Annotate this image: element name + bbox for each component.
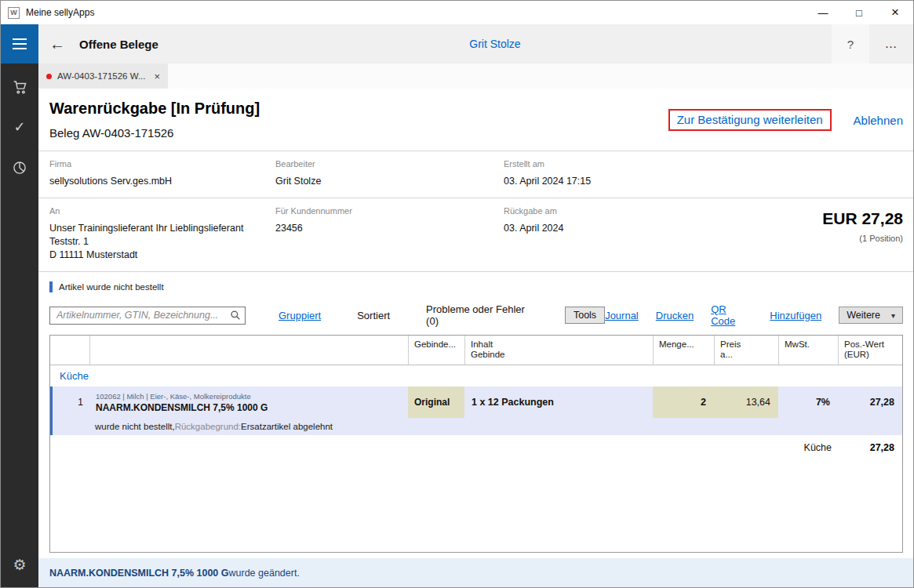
- tools-button[interactable]: Tools: [565, 307, 605, 324]
- sorted-toggle[interactable]: Sortiert: [357, 310, 390, 321]
- field-label: Bearbeiter: [275, 159, 504, 169]
- item-toolbar: Gruppiert Sortiert Probleme oder Fehler …: [38, 301, 913, 335]
- app-logo-icon: W: [8, 7, 20, 19]
- chevron-down-icon: ▾: [891, 311, 895, 320]
- current-user[interactable]: Grit Stolze: [158, 38, 832, 50]
- forward-for-confirmation-link[interactable]: Zur Bestätigung weiterleiten: [677, 113, 823, 126]
- table-header-mwst[interactable]: MwSt.: [778, 336, 838, 365]
- field-label: Erstellt am: [504, 159, 903, 169]
- article-name: NAARM.KONDENSMILCH 7,5% 1000 G: [96, 402, 268, 413]
- reject-link[interactable]: Ablehnen: [854, 114, 903, 127]
- note-text: wurde nicht bestellt,: [95, 422, 175, 431]
- field-value: Grit Stolze: [275, 175, 504, 188]
- position-count: (1 Position): [684, 234, 903, 243]
- settings-button[interactable]: ⚙: [1, 546, 38, 583]
- pie-chart-icon: [12, 160, 27, 176]
- qr-code-link[interactable]: QR Code: [711, 303, 752, 327]
- table-row[interactable]: 1 102062 | Milch | Eier-, Käse-, Molkere…: [50, 387, 902, 418]
- field-erstellt-am: Erstellt am 03. April 2024 17:15: [504, 159, 903, 188]
- menge-cell[interactable]: 2: [653, 387, 714, 418]
- journal-link[interactable]: Journal: [605, 310, 639, 321]
- maximize-button[interactable]: □: [841, 1, 877, 24]
- hamburger-menu-button[interactable]: [1, 24, 38, 64]
- field-label: Für Kundennummer: [275, 206, 504, 216]
- group-row[interactable]: Küche: [50, 365, 902, 387]
- close-window-button[interactable]: ×: [877, 1, 913, 24]
- table-header-article: [89, 336, 408, 365]
- document-number: Beleg AW-0403-171526: [49, 126, 260, 140]
- document-tab[interactable]: AW-0403-171526 W... ×: [38, 64, 168, 89]
- minimize-button[interactable]: —: [805, 1, 841, 24]
- field-firma: Firma sellysolutions Serv.ges.mbH: [49, 159, 275, 188]
- gebinde-cell[interactable]: Original: [408, 387, 464, 418]
- total-amount: EUR 27,28: [684, 209, 903, 228]
- sidebar-item-cart[interactable]: [1, 68, 38, 104]
- table-header-pos-wert[interactable]: Pos.-Wert (EUR): [838, 336, 902, 365]
- table-header-inhalt[interactable]: Inhalt Gebinde: [464, 336, 653, 365]
- status-bar: NAARM.KONDENSMILCH 7,5% 1000 G wurde geä…: [38, 558, 913, 587]
- more-actions-dropdown[interactable]: Weitere ▾: [839, 307, 903, 324]
- help-button[interactable]: ?: [832, 24, 869, 64]
- forward-highlight-box: Zur Bestätigung weiterleiten: [668, 109, 832, 131]
- table-header-gebinde[interactable]: Gebinde...: [408, 336, 464, 365]
- field-value: 23456: [275, 222, 504, 235]
- print-link[interactable]: Drucken: [656, 310, 694, 321]
- search-input[interactable]: [49, 307, 246, 325]
- field-label: Firma: [49, 159, 275, 169]
- info-row-2: An Unser Trainingslieferant Ihr Liebling…: [38, 198, 913, 271]
- legend-label: Artikel wurde nicht bestellt: [59, 282, 164, 292]
- group-summary-row: Küche 27,28: [50, 435, 902, 460]
- sidebar-item-tasks[interactable]: ✓: [1, 109, 38, 145]
- field-value: 03. April 2024: [504, 222, 684, 235]
- status-message: wurde geändert.: [229, 568, 300, 579]
- title-bar: W Meine sellyApps — □ ×: [1, 1, 913, 24]
- back-button[interactable]: ←: [49, 35, 65, 53]
- mwst-cell: 7%: [778, 387, 838, 418]
- row-number: 1: [50, 387, 89, 418]
- search-icon: [230, 310, 241, 321]
- check-icon: ✓: [13, 118, 25, 136]
- field-an: An Unser Trainingslieferant Ihr Liebling…: [49, 206, 275, 262]
- row-note: wurde nicht bestellt, Rückgabegrund: Ers…: [50, 418, 902, 435]
- items-table: Gebinde... Inhalt Gebinde Menge... Preis…: [49, 335, 903, 553]
- status-item-name: NAARM.KONDENSMILCH 7,5% 1000 G: [49, 568, 229, 579]
- note-reason-value: Ersatzartikel abgelehnt: [241, 422, 333, 431]
- sidebar-item-statistics[interactable]: [1, 150, 38, 186]
- hamburger-icon: [13, 38, 27, 40]
- inhalt-gebinde-cell: 1 x 12 Packungen: [464, 387, 653, 418]
- tab-strip: AW-0403-171526 W... ×: [38, 64, 913, 89]
- add-item-link[interactable]: Hinzufügen: [770, 310, 821, 321]
- more-options-button[interactable]: …: [869, 24, 913, 64]
- field-value: sellysolutions Serv.ges.mbH: [49, 175, 275, 188]
- preis-cell[interactable]: 13,64: [714, 387, 778, 418]
- field-label: Rückgabe am: [504, 206, 684, 216]
- table-empty-area: [50, 460, 902, 552]
- grouped-toggle[interactable]: Gruppiert: [279, 310, 321, 321]
- table-header-empty: [50, 336, 89, 365]
- document-title: Warenrückgabe [In Prüfung]: [49, 100, 260, 118]
- field-kundennummer: Für Kundennummer 23456: [275, 206, 504, 262]
- app-header: ← Offene Belege Grit Stolze ? …: [38, 24, 913, 64]
- window-title: Meine sellyApps: [26, 7, 805, 18]
- document-total: EUR 27,28 (1 Position): [684, 206, 903, 262]
- table-header-menge[interactable]: Menge...: [653, 336, 714, 365]
- unsaved-indicator-icon: [46, 74, 52, 79]
- problems-filter[interactable]: Probleme oder Fehler (0): [426, 303, 540, 327]
- document-header: Warenrückgabe [In Prüfung] Beleg AW-0403…: [38, 89, 913, 140]
- article-meta: 102062 | Milch | Eier-, Käse-, Molkereip…: [96, 392, 251, 401]
- table-header-preis[interactable]: Preis a...: [714, 336, 778, 365]
- summary-group-value: 27,28: [838, 442, 902, 453]
- page-title: Offene Belege: [79, 38, 158, 51]
- group-label: Küche: [60, 370, 89, 382]
- field-rueckgabe-am: Rückgabe am 03. April 2024: [504, 206, 684, 262]
- main-area: ← Offene Belege Grit Stolze ? … AW-0403-…: [38, 24, 913, 587]
- table-header-row: Gebinde... Inhalt Gebinde Menge... Preis…: [50, 336, 902, 365]
- field-value: 03. April 2024 17:15: [504, 175, 903, 188]
- not-ordered-indicator-icon: [49, 281, 53, 292]
- note-reason-label: Rückgabegrund:: [175, 422, 241, 431]
- app-window: W Meine sellyApps — □ × ✓: [0, 0, 914, 588]
- sidebar: ✓ ⚙: [1, 24, 38, 587]
- tab-close-icon[interactable]: ×: [155, 71, 161, 82]
- field-value: Unser Trainingslieferant Ihr Lieblingsli…: [49, 222, 275, 262]
- info-row-1: Firma sellysolutions Serv.ges.mbH Bearbe…: [38, 151, 913, 198]
